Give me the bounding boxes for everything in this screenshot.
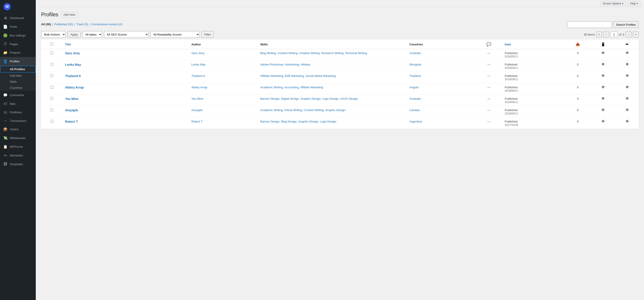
- row-author-link[interactable]: Robert T: [192, 120, 202, 123]
- row-country-link[interactable]: Australia: [410, 97, 421, 100]
- row-skills-link[interactable]: Academic Writing, Accounting, Affiliate …: [260, 86, 323, 89]
- row-date-status: Published: [505, 120, 518, 123]
- row-title-link[interactable]: Yas Mine: [65, 97, 78, 100]
- page-number-input[interactable]: 1: [610, 32, 618, 37]
- row-country-link[interactable]: Angola: [410, 86, 418, 89]
- filter-all-link[interactable]: All (30): [41, 22, 51, 26]
- row-author-link[interactable]: Thailand K: [192, 74, 205, 78]
- row-author-link[interactable]: Yas Mine: [192, 97, 203, 100]
- add-new-button[interactable]: Add New: [61, 12, 78, 18]
- row-checkbox-cell: [41, 118, 62, 129]
- sidebar-item-withdrawals[interactable]: 💸 Withdrawals: [0, 134, 36, 142]
- filter-trash-link[interactable]: Trash (5): [76, 22, 88, 26]
- sidebar-item-portfolios[interactable]: 🗂 Portfolios: [0, 108, 36, 116]
- search-profiles-button[interactable]: Search Profiles: [613, 21, 639, 28]
- sidebar-item-transactions[interactable]: ↔ Transactions: [0, 116, 36, 125]
- filter-cornerstone-link[interactable]: Cornerstone content (0): [92, 22, 122, 26]
- filter-button[interactable]: Filter: [202, 31, 214, 38]
- row-skills-link[interactable]: Adobe Photoshop, Advertising, Alibaba: [260, 63, 310, 66]
- filter-published-link[interactable]: Published (30): [54, 22, 73, 26]
- row-checkbox[interactable]: [50, 74, 53, 77]
- row-checkbox[interactable]: [50, 97, 53, 100]
- sidebar-item-box-settings[interactable]: 🟢 Box settings: [0, 31, 36, 40]
- sidebar-item-profiles[interactable]: 👤 Profiles: [0, 57, 36, 66]
- sidebar-item-comments[interactable]: 💬 Comments: [0, 91, 36, 100]
- row-country-link[interactable]: Australia: [410, 52, 421, 55]
- sidebar-sub-skills[interactable]: Skills: [0, 79, 36, 85]
- page-of-label: of: [619, 33, 622, 36]
- search-box: Search Profiles: [567, 21, 639, 28]
- row-title-link[interactable]: Robert T: [65, 120, 78, 124]
- screen-options-button[interactable]: Screen Options ▾: [600, 1, 626, 6]
- title-column-header[interactable]: Title: [62, 40, 189, 49]
- row-checkbox-cell: [41, 60, 62, 72]
- bulk-actions-select[interactable]: Bulk Actions: [41, 31, 66, 38]
- row-checkbox-cell: [41, 72, 62, 84]
- sidebar-item-dashboard[interactable]: ⊞ Dashboard: [0, 14, 36, 22]
- row-seo-circle-icon: [602, 52, 604, 54]
- sidebar-sub-countries[interactable]: Countries: [0, 85, 36, 91]
- row-date-status: Published: [505, 86, 518, 89]
- row-skills-link[interactable]: Academic Writing, Artical Writing, Conte…: [260, 108, 346, 112]
- first-page-button[interactable]: «: [596, 32, 602, 37]
- row-checkbox[interactable]: [50, 108, 53, 111]
- sidebar-item-orders[interactable]: 📦 Orders: [0, 125, 36, 134]
- col2-header: 📱: [590, 40, 616, 49]
- row-author-link[interactable]: Abbey Arrap: [192, 86, 208, 89]
- sidebar-item-label: Elementor: [10, 154, 23, 157]
- dates-select[interactable]: All dates: [82, 31, 102, 38]
- sidebar-sub-all-profiles[interactable]: All Profiles: [0, 66, 36, 73]
- row-skills-link[interactable]: Banner Design, Digital Design, Graphic D…: [260, 97, 358, 100]
- row-skills-link[interactable]: Banner Design, Blog Design, Graphic Desi…: [260, 120, 336, 123]
- next-page-button[interactable]: ›: [626, 32, 632, 37]
- tablenav: Bulk Actions Apply All dates All SEO Sco…: [41, 31, 639, 38]
- sidebar-item-pages[interactable]: 🗒 Pages: [0, 40, 36, 48]
- row-author-link[interactable]: Sara Jeny: [192, 52, 204, 55]
- row-skills-link[interactable]: Blog Writing, Content Writing, Creative …: [260, 52, 367, 55]
- row-comments-cell: —: [476, 118, 502, 129]
- row-country-link[interactable]: Mongolia: [410, 63, 421, 66]
- row-title-link[interactable]: Abbey Arrap: [65, 86, 84, 89]
- readability-scores-select[interactable]: All Readability Scores: [150, 31, 200, 38]
- sidebar-item-templates[interactable]: 🖼 Templates: [0, 160, 36, 168]
- row-comment-count: —: [488, 97, 490, 100]
- sidebar-item-posts[interactable]: 📄 Posts: [0, 22, 36, 31]
- search-input[interactable]: [567, 21, 612, 28]
- row-title-link[interactable]: Amyaple: [65, 108, 78, 112]
- row-country-link[interactable]: Canada: [410, 108, 420, 112]
- row-country-link[interactable]: Argentina: [410, 120, 422, 123]
- row-checkbox[interactable]: [50, 52, 53, 54]
- sidebar-item-elementor[interactable]: ✏ Elementor: [0, 151, 36, 160]
- row-countries-cell: Thailand: [407, 72, 476, 84]
- sidebar-item-projects[interactable]: 📁 Projects: [0, 48, 36, 57]
- row-checkbox[interactable]: [50, 86, 53, 88]
- date-column-header[interactable]: Date: [502, 40, 565, 49]
- apply-button[interactable]: Apply: [68, 31, 81, 38]
- pages-icon: 🗒: [3, 42, 8, 46]
- select-all-checkbox[interactable]: [50, 42, 53, 46]
- screen-options-label: Screen Options: [603, 2, 622, 5]
- last-page-button[interactable]: »: [633, 32, 639, 37]
- row-checkbox[interactable]: [50, 63, 53, 66]
- row-author-link[interactable]: Lenka May: [192, 63, 206, 66]
- prev-page-button[interactable]: ‹: [603, 32, 609, 37]
- help-button[interactable]: Help ▾: [628, 1, 640, 6]
- sidebar-item-label: Box settings: [10, 34, 26, 37]
- sidebar-item-wpforms[interactable]: 📋 WPForms: [0, 142, 36, 151]
- portfolios-icon: 🗂: [3, 110, 8, 114]
- row-title-link[interactable]: Lenka May: [65, 63, 81, 66]
- row-checkbox[interactable]: [50, 120, 53, 123]
- row-country-link[interactable]: Thailand: [410, 74, 420, 78]
- items-count: 30 items: [584, 33, 595, 36]
- row-count-cell: 0: [565, 72, 590, 84]
- seo-scores-select[interactable]: All SEO Scores: [104, 31, 149, 38]
- wpforms-icon: 📋: [3, 145, 8, 149]
- sidebar-sub-add-new[interactable]: Add New: [0, 73, 36, 79]
- row-title-link[interactable]: Sara Jeny: [65, 52, 80, 55]
- sidebar-item-label: Comments: [10, 94, 24, 97]
- row-author-link[interactable]: Amyaple: [192, 108, 203, 112]
- page-header: Profiles Add New: [41, 12, 639, 18]
- row-skills-link[interactable]: Affiliate Marketing, B2B Marketing, Soci…: [260, 74, 336, 78]
- row-title-link[interactable]: Thailand K: [65, 74, 81, 78]
- sidebar-item-bids[interactable]: 🏷 Bids: [0, 100, 36, 108]
